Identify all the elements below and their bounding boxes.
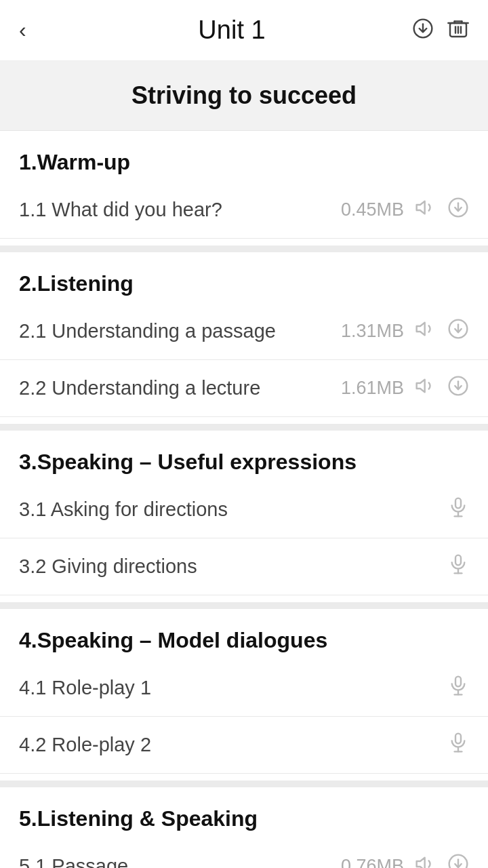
- list-item[interactable]: 2.2 Understanding a lecture1.61MB: [0, 360, 488, 417]
- list-item[interactable]: 5.1 Passage0.76MB: [0, 838, 488, 868]
- svg-rect-25: [455, 677, 461, 687]
- speaker-icon[interactable]: [415, 853, 436, 868]
- section-header-listening-speaking: 5.Listening & Speaking: [0, 787, 488, 838]
- speaker-icon[interactable]: [415, 197, 436, 223]
- section-speaking-expressions: 3.Speaking – Useful expressions3.1 Askin…: [0, 431, 488, 609]
- section-divider: [0, 781, 488, 787]
- download-icon[interactable]: [447, 318, 469, 344]
- section-speaking-dialogues: 4.Speaking – Model dialogues4.1 Role-pla…: [0, 609, 488, 787]
- list-item-meta: 1.31MB: [341, 318, 469, 344]
- list-item-meta: [447, 496, 469, 523]
- section-listening-speaking: 5.Listening & Speaking5.1 Passage0.76MB: [0, 787, 488, 868]
- list-item-label: 2.2 Understanding a lecture: [19, 377, 341, 399]
- section-header-warm-up: 1.Warm-up: [0, 131, 488, 182]
- svg-rect-22: [455, 555, 461, 566]
- svg-rect-19: [455, 498, 461, 509]
- list-item-label: 2.1 Understanding a passage: [19, 320, 341, 342]
- list-item-label: 4.2 Role-play 2: [19, 734, 447, 756]
- mic-icon[interactable]: [447, 496, 469, 523]
- back-button[interactable]: ‹: [19, 18, 52, 43]
- list-item-meta: 0.45MB: [341, 197, 469, 223]
- header-icons: [412, 18, 469, 43]
- list-item-label: 5.1 Passage: [19, 855, 341, 868]
- list-item[interactable]: 4.2 Role-play 2: [0, 717, 488, 774]
- header: ‹ Unit 1: [0, 0, 488, 61]
- list-item-size: 0.76MB: [341, 856, 404, 868]
- list-item[interactable]: 4.1 Role-play 1: [0, 660, 488, 717]
- section-divider: [0, 602, 488, 609]
- download-icon[interactable]: [447, 197, 469, 223]
- svg-marker-10: [417, 201, 425, 214]
- list-item-meta: 1.61MB: [341, 375, 469, 401]
- download-icon[interactable]: [447, 375, 469, 401]
- list-item-label: 3.2 Giving directions: [19, 555, 447, 578]
- section-listening: 2.Listening2.1 Understanding a passage1.…: [0, 252, 488, 431]
- svg-marker-31: [417, 858, 425, 868]
- unit-banner: Striving to succeed: [0, 61, 488, 131]
- list-item-label: 4.1 Role-play 1: [19, 677, 447, 699]
- speaker-icon[interactable]: [415, 375, 436, 401]
- svg-rect-28: [455, 734, 461, 744]
- page-title: Unit 1: [52, 16, 412, 45]
- list-item-label: 1.1 What did you hear?: [19, 199, 341, 221]
- download-icon[interactable]: [412, 18, 434, 43]
- sections-container: 1.Warm-up1.1 What did you hear?0.45MB 2.…: [0, 131, 488, 868]
- list-item[interactable]: 1.1 What did you hear?0.45MB: [0, 182, 488, 239]
- list-item-meta: 0.76MB: [341, 853, 469, 868]
- speaker-icon[interactable]: [415, 318, 436, 344]
- section-divider: [0, 424, 488, 431]
- list-item[interactable]: 3.2 Giving directions: [0, 538, 488, 595]
- section-warm-up: 1.Warm-up1.1 What did you hear?0.45MB: [0, 131, 488, 252]
- svg-marker-16: [417, 380, 425, 393]
- list-item-meta: [447, 732, 469, 758]
- download-icon[interactable]: [447, 853, 469, 868]
- list-item[interactable]: 3.1 Asking for directions: [0, 481, 488, 538]
- mic-icon[interactable]: [447, 553, 469, 580]
- list-item[interactable]: 2.1 Understanding a passage1.31MB: [0, 303, 488, 360]
- section-header-speaking-dialogues: 4.Speaking – Model dialogues: [0, 609, 488, 660]
- mic-icon[interactable]: [447, 675, 469, 701]
- svg-marker-13: [417, 323, 425, 336]
- delete-icon[interactable]: [447, 18, 469, 43]
- section-header-speaking-expressions: 3.Speaking – Useful expressions: [0, 431, 488, 481]
- list-item-label: 3.1 Asking for directions: [19, 498, 447, 521]
- list-item-size: 0.45MB: [341, 199, 404, 220]
- list-item-meta: [447, 675, 469, 701]
- section-divider: [0, 245, 488, 252]
- section-header-listening: 2.Listening: [0, 252, 488, 303]
- list-item-size: 1.61MB: [341, 378, 404, 399]
- mic-icon[interactable]: [447, 732, 469, 758]
- unit-banner-title: Striving to succeed: [19, 81, 469, 110]
- list-item-meta: [447, 553, 469, 580]
- list-item-size: 1.31MB: [341, 321, 404, 342]
